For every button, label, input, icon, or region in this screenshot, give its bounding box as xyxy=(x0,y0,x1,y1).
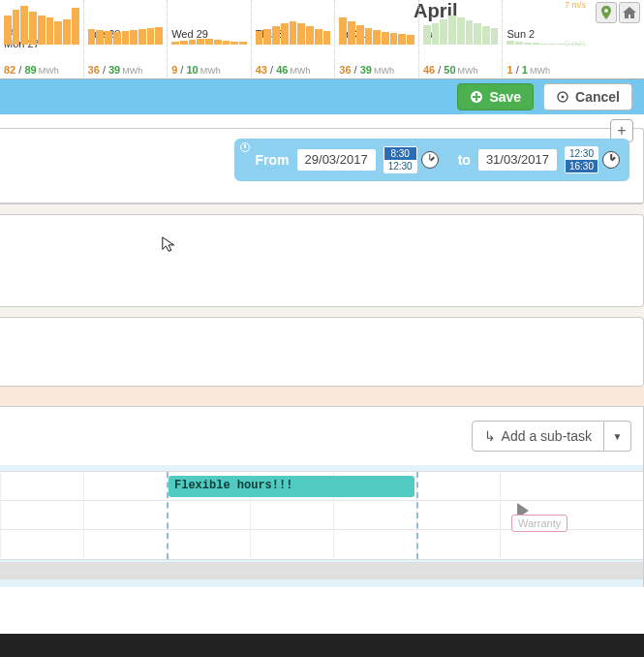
forecast-calendar: 7 m/s 0 m/s April 13.Mon 2782 / 89MWhTue… xyxy=(0,0,644,79)
svg-point-2 xyxy=(562,96,565,99)
calendar-day[interactable]: Wed 299 / 10MWh xyxy=(168,0,252,78)
add-subtask-label: Add a sub-task xyxy=(502,428,592,444)
date-range-pill: From 29/03/2017 8:30 12:30 to 31/03/2017… xyxy=(234,139,629,181)
from-label: From xyxy=(256,152,290,168)
task-end-marker xyxy=(416,472,418,559)
task-bar-flexible[interactable]: Flexible hours!!! xyxy=(169,476,414,497)
calendar-day[interactable]: Fri 3136 / 39MWh xyxy=(335,0,419,78)
calendar-day[interactable]: Sat 146 / 50MWh xyxy=(419,0,504,78)
cancel-button-label: Cancel xyxy=(575,89,620,105)
date-range-panel: + From 29/03/2017 8:30 12:30 to 31/03/20… xyxy=(0,128,644,204)
clock-small-icon xyxy=(240,142,250,152)
map-pin-button[interactable] xyxy=(596,2,617,23)
add-subtask-button[interactable]: ↳ Add a sub-task xyxy=(472,421,604,452)
clock-icon[interactable] xyxy=(602,151,620,169)
subtask-arrow-icon: ↳ xyxy=(484,428,496,444)
clock-icon[interactable] xyxy=(421,151,439,169)
save-button[interactable]: Save xyxy=(457,83,534,110)
to-date-input[interactable]: 31/03/2017 xyxy=(478,149,557,171)
from-time-select[interactable]: 8:30 12:30 xyxy=(383,146,417,173)
to-time-select[interactable]: 12:30 16:30 xyxy=(565,146,598,173)
calendar-day[interactable]: Sun 21 / 1MWh xyxy=(503,0,586,78)
cancel-icon xyxy=(556,90,569,104)
map-pin-icon xyxy=(600,6,612,19)
section-gap xyxy=(0,387,644,406)
from-date-input[interactable]: 29/03/2017 xyxy=(297,149,376,171)
action-bar: Save Cancel xyxy=(0,79,644,114)
content-block-2 xyxy=(0,317,644,387)
chevron-down-icon: ▼ xyxy=(613,431,623,442)
content-block-1 xyxy=(0,214,644,307)
task-bar-warranty[interactable]: Warranty xyxy=(511,515,567,532)
calendar-day[interactable]: Tue 2836 / 39MWh xyxy=(84,0,169,78)
to-label: to xyxy=(458,152,471,168)
plus-icon: + xyxy=(617,122,626,140)
footer-bar xyxy=(0,634,644,657)
save-button-label: Save xyxy=(489,89,521,105)
add-subtask-dropdown[interactable]: ▼ xyxy=(604,421,631,452)
home-icon xyxy=(623,7,636,18)
gantt-gutter xyxy=(0,562,643,579)
home-button[interactable] xyxy=(619,2,640,23)
plus-circle-icon xyxy=(470,90,483,104)
cancel-button[interactable]: Cancel xyxy=(543,83,632,110)
calendar-day[interactable]: 13.Mon 2782 / 89MWh xyxy=(0,0,84,78)
gantt-area: Flexible hours!!! Warranty xyxy=(0,465,643,587)
gantt-chart[interactable]: Flexible hours!!! Warranty xyxy=(0,471,643,560)
calendar-day[interactable]: Thu 3043 / 46MWh xyxy=(252,0,336,78)
